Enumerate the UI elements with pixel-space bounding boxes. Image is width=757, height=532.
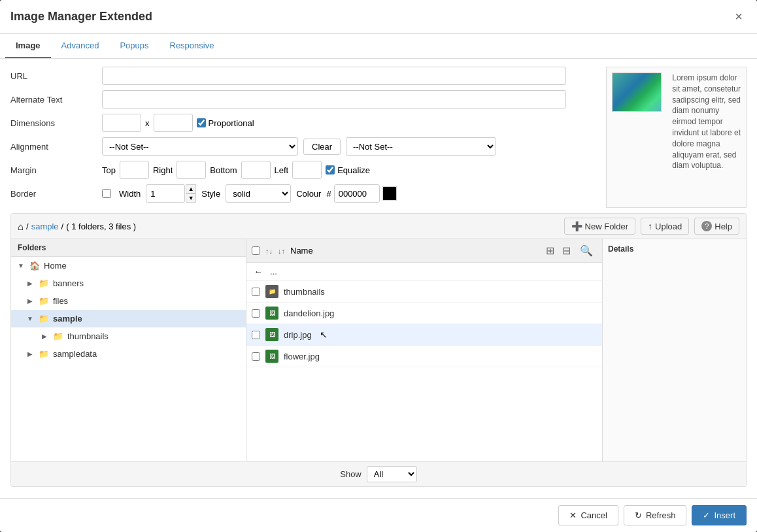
sort-name-asc[interactable]: ↑↓ [265,247,273,255]
help-icon: ? [701,221,712,231]
path-info: ( 1 folders, 3 files ) [66,222,136,231]
modal-header: Image Manager Extended × [0,0,757,34]
height-input[interactable] [154,114,193,132]
sort-asc-icon: ↑↓ [265,247,273,255]
refresh-label: Refresh [646,510,676,520]
new-folder-label: New Folder [585,222,628,231]
equalize-label: Equalize [326,165,370,175]
insert-icon: ✓ [703,510,710,520]
folder-name-home: Home [44,261,67,271]
cancel-icon: ✕ [569,510,577,520]
margin-right-input[interactable] [177,161,206,179]
colour-text-input[interactable] [334,184,380,203]
folder-name-sample: sample [53,314,82,324]
new-folder-button[interactable]: ➕ New Folder [564,218,635,235]
file-row-dandelion[interactable]: 🖼 dandelion.jpg [246,303,602,324]
folder-item-files[interactable]: ▶ 📁 files [11,292,246,310]
help-label: Help [715,222,732,231]
help-button[interactable]: ? Help [694,218,739,235]
image-icon-dandelion: 🖼 [265,307,278,320]
width-down-button[interactable]: ▼ [186,193,196,203]
width-input[interactable] [102,114,141,132]
border-checkbox[interactable] [102,189,111,198]
folder-item-sample[interactable]: ▼ 📁 sample [11,310,246,327]
alt-text-input[interactable] [102,90,566,108]
colour-swatch[interactable] [382,186,397,201]
close-button[interactable]: × [731,8,747,25]
folder-name-thumbnails: thumbnails [67,331,109,341]
equalize-checkbox[interactable] [326,165,335,175]
border-row: Border Width ▲ ▼ Style [10,184,596,203]
margin-bottom-input[interactable] [241,161,271,179]
file-row-thumbnails[interactable]: 📁 thumbnails [246,281,602,303]
colour-input-group: # [326,184,396,203]
new-folder-icon: ➕ [571,221,582,231]
border-width-input[interactable] [146,184,185,203]
folder-item-banners[interactable]: ▶ 📁 banners [11,274,246,292]
folders-header: Folders [11,239,246,257]
checkbox-drip[interactable] [252,331,260,339]
show-select[interactable]: All Images Files [367,466,417,482]
tab-responsive[interactable]: Responsive [160,34,225,58]
insert-button[interactable]: ✓ Insert [692,505,747,525]
fm-files-panel: ↑↓ ↓↑ thumbnails Name ⊞ ⊟ 🔍 [246,239,602,461]
folder-item-thumbnails[interactable]: ▶ 📁 thumbnails [11,327,246,345]
url-input[interactable] [102,67,566,85]
file-name-drip: drip.jpg [284,330,312,340]
image-manager-modal: Image Manager Extended × Image Advanced … [0,0,757,532]
file-name-dandelion: dandelion.jpg [284,308,334,318]
upload-label: Upload [655,222,682,231]
grid-view-button[interactable]: ⊞ [543,243,557,258]
refresh-button[interactable]: ↻ Refresh [624,505,687,525]
search-button[interactable]: 🔍 [576,243,597,258]
toggle-files: ▶ [25,297,35,305]
home-icon[interactable]: ⌂ [18,221,24,232]
name-column-header: thumbnails Name [290,246,543,256]
url-row: URL [10,67,596,85]
sample-link[interactable]: sample [31,222,59,231]
dimensions-label: Dimensions [10,118,102,128]
checkbox-thumbnails[interactable] [252,288,260,296]
list-view-button[interactable]: ⊟ [560,243,573,258]
back-arrow-icon: ← [252,267,265,276]
fm-content: Folders ▼ 🏠 Home ▶ 📁 banners [11,239,746,461]
clear-button[interactable]: Clear [303,139,341,155]
cancel-button[interactable]: ✕ Cancel [558,505,618,525]
margin-inputs: Top Right Bottom Left Equalize [102,161,370,179]
checkbox-dandelion[interactable] [252,309,260,318]
tab-advanced[interactable]: Advanced [51,34,110,58]
banners-folder-icon: 📁 [39,278,49,288]
tab-image[interactable]: Image [5,34,51,58]
toggle-thumbnails: ▶ [40,333,49,340]
file-row-drip[interactable]: 🖼 drip.jpg ↖ [246,324,602,346]
file-row-flower[interactable]: 🖼 flower.jpg [246,346,602,367]
alignment-select[interactable]: --Not Set-- Left Center Right [102,137,298,156]
tab-popups[interactable]: Popups [109,34,159,58]
checkbox-flower[interactable] [252,352,260,361]
sampledata-folder-icon: 📁 [39,349,49,359]
folder-item-home[interactable]: ▼ 🏠 Home [11,257,246,274]
select-all-checkbox[interactable] [252,246,260,255]
width-up-button[interactable]: ▲ [186,184,196,193]
folder-item-sampledata[interactable]: ▶ 📁 sampledata [11,345,246,363]
thumbnails-folder-icon: 📁 [53,331,63,341]
file-row-back[interactable]: ← ... [246,263,602,281]
preview-panel: Lorem ipsum dolor sit amet, consetetur s… [606,67,747,208]
sort-name-desc[interactable]: ↓↑ [278,247,285,255]
tabs-bar: Image Advanced Popups Responsive [0,34,757,59]
margin-top-input[interactable] [120,161,149,179]
style-select[interactable]: solid dashed dotted double [226,184,291,203]
sample-folder-icon: 📁 [39,314,49,324]
top-section: URL Alternate Text Dimensions x [10,67,747,208]
name-header-text: Name [290,246,313,256]
details-header: Details [608,244,741,254]
cancel-label: Cancel [580,510,607,520]
alignment-select-2[interactable]: --Not Set-- [346,137,496,156]
fm-folders-panel: Folders ▼ 🏠 Home ▶ 📁 banners [11,239,246,461]
margin-bottom-label: Bottom [210,165,237,175]
proportional-checkbox[interactable] [197,118,206,127]
margin-left-label: Left [275,165,289,175]
home-folder-icon: 🏠 [29,261,40,271]
margin-left-input[interactable] [292,161,322,179]
upload-button[interactable]: ↑ Upload [641,218,689,235]
